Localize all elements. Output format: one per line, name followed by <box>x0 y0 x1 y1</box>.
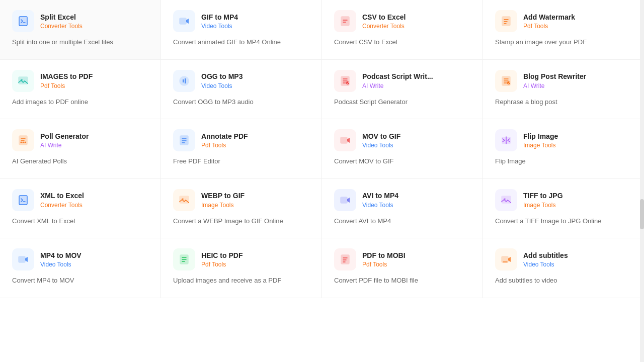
tool-info: AVI to MP4 Video Tools <box>362 191 398 208</box>
tool-category: Video Tools <box>362 142 400 149</box>
tool-icon-mp4-to-mov <box>12 248 34 270</box>
svg-rect-28 <box>341 255 349 264</box>
tool-name: Add Watermark <box>523 13 575 22</box>
tool-description: Convert MP4 to MOV <box>12 276 148 286</box>
tool-header: Podcast Script Writ... AI Write <box>334 70 470 92</box>
svg-rect-3 <box>341 17 349 26</box>
scrollbar[interactable] <box>640 0 644 362</box>
tool-category: Pdf Tools <box>362 261 406 268</box>
tool-info: PDF to MOBI Pdf Tools <box>362 251 406 268</box>
tool-card-ogg-to-mp3[interactable]: OGG to MP3 Video Tools Convert OGG to MP… <box>161 60 322 120</box>
tool-info: MOV to GIF Video Tools <box>362 132 400 149</box>
tool-header: Poll Generator AI Write <box>12 129 148 151</box>
tool-name: TIFF to JPG <box>523 191 563 200</box>
tool-name: GIF to MP4 <box>201 13 238 22</box>
tool-description: Add subtitles to video <box>495 276 631 286</box>
svg-point-13 <box>21 142 22 143</box>
tool-category: Video Tools <box>523 261 568 268</box>
tool-info: WEBP to GIF Image Tools <box>201 191 245 208</box>
tool-category: Image Tools <box>523 202 563 209</box>
tool-description: AI Generated Polls <box>12 156 148 166</box>
tool-header: TIFF to JPG Image Tools <box>495 189 631 211</box>
tool-description: Split into one or multiple Excel files <box>12 37 148 47</box>
tool-icon-images-to-pdf <box>12 70 34 92</box>
tool-header: Add subtitles Video Tools <box>495 248 631 270</box>
svg-point-9 <box>346 81 349 84</box>
svg-rect-2 <box>180 18 186 24</box>
tool-icon-blog-post-rewriter <box>495 70 517 92</box>
svg-rect-16 <box>180 136 188 145</box>
tool-header: OGG to MP3 Video Tools <box>173 70 309 92</box>
tool-card-images-to-pdf[interactable]: IMAGES to PDF Pdf Tools Add images to PD… <box>0 60 161 120</box>
tool-card-flip-image[interactable]: Flip Image Image Tools Flip Image <box>483 119 644 179</box>
tool-category: Converter Tools <box>40 23 83 30</box>
tool-description: Free PDF Editor <box>173 156 309 166</box>
tool-info: IMAGES to PDF Pdf Tools <box>40 72 93 89</box>
tool-header: XML to Excel Converter Tools <box>12 189 148 211</box>
tool-icon-mov-to-gif <box>334 129 356 151</box>
tool-icon-xml-to-excel <box>12 189 34 211</box>
page-wrapper: Split Excel Converter Tools Split into o… <box>0 0 644 362</box>
tool-card-heic-to-pdf[interactable]: HEIC to PDF Pdf Tools Upload images and … <box>161 238 322 298</box>
tool-description: Convert PDF file to MOBI file <box>334 276 470 286</box>
tool-category: Pdf Tools <box>40 82 93 89</box>
svg-rect-29 <box>502 256 508 262</box>
tool-info: GIF to MP4 Video Tools <box>201 13 238 30</box>
tool-icon-heic-to-pdf <box>173 248 195 270</box>
tool-card-split-excel[interactable]: Split Excel Converter Tools Split into o… <box>0 0 161 60</box>
tool-category: Pdf Tools <box>201 142 248 149</box>
tool-card-blog-post-rewriter[interactable]: Blog Post Rewriter AI Write Rephrase a b… <box>483 60 644 120</box>
tool-icon-add-watermark <box>495 10 517 32</box>
tool-header: IMAGES to PDF Pdf Tools <box>12 70 148 92</box>
tool-description: Rephrase a blog post <box>495 97 631 107</box>
tool-header: GIF to MP4 Video Tools <box>173 10 309 32</box>
tool-card-mov-to-gif[interactable]: MOV to GIF Video Tools Convert MOV to GI… <box>322 119 483 179</box>
tool-info: OGG to MP3 Video Tools <box>201 72 243 89</box>
tool-name: Flip Image <box>523 132 558 141</box>
tool-card-pdf-to-mobi[interactable]: PDF to MOBI Pdf Tools Convert PDF file t… <box>322 238 483 298</box>
svg-point-14 <box>23 142 24 143</box>
tool-description: Convert XML to Excel <box>12 216 148 226</box>
tool-name: Blog Post Rewriter <box>523 72 586 81</box>
tool-category: Pdf Tools <box>523 23 575 30</box>
tool-info: Annotate PDF Pdf Tools <box>201 132 248 149</box>
tool-card-add-watermark[interactable]: Add Watermark Pdf Tools Stamp an image o… <box>483 0 644 60</box>
tool-description: Add images to PDF online <box>12 97 148 107</box>
tool-card-csv-to-excel[interactable]: CSV to Excel Converter Tools Convert CSV… <box>322 0 483 60</box>
tool-name: Add subtitles <box>523 251 568 260</box>
tool-description: Convert CSV to Excel <box>334 37 470 47</box>
tool-icon-add-subtitles <box>495 248 517 270</box>
tool-description: Convert MOV to GIF <box>334 156 470 166</box>
tool-description: Convert animated GIF to MP4 Online <box>173 37 309 47</box>
tool-description: Convert OGG to MP3 audio <box>173 97 309 107</box>
tool-icon-gif-to-mp4 <box>173 10 195 32</box>
tool-card-poll-generator[interactable]: Poll Generator AI Write AI Generated Pol… <box>0 119 161 179</box>
tool-icon-webp-to-gif <box>173 189 195 211</box>
tool-name: Podcast Script Writ... <box>362 72 433 81</box>
tool-name: Poll Generator <box>40 132 89 141</box>
tool-description: Convert AVI to MP4 <box>334 216 470 226</box>
tool-description: Podcast Script Generator <box>334 97 470 107</box>
tool-icon-ogg-to-mp3 <box>173 70 195 92</box>
tool-card-gif-to-mp4[interactable]: GIF to MP4 Video Tools Convert animated … <box>161 0 322 60</box>
tool-header: MP4 to MOV Video Tools <box>12 248 148 270</box>
tool-card-xml-to-excel[interactable]: XML to Excel Converter Tools Convert XML… <box>0 179 161 239</box>
scrollbar-thumb[interactable] <box>640 199 644 229</box>
tool-card-mp4-to-mov[interactable]: MP4 to MOV Video Tools Convert MP4 to MO… <box>0 238 161 298</box>
tool-card-podcast-script[interactable]: Podcast Script Writ... AI Write Podcast … <box>322 60 483 120</box>
tool-icon-csv-to-excel <box>334 10 356 32</box>
tool-card-add-subtitles[interactable]: Add subtitles Video Tools Add subtitles … <box>483 238 644 298</box>
tool-category: Image Tools <box>523 142 558 149</box>
tool-name: CSV to Excel <box>362 13 406 22</box>
tool-description: Flip Image <box>495 156 631 166</box>
tool-info: Add Watermark Pdf Tools <box>523 13 575 30</box>
tool-info: Poll Generator AI Write <box>40 132 89 149</box>
tool-category: Video Tools <box>201 82 243 89</box>
tool-card-annotate-pdf[interactable]: Annotate PDF Pdf Tools Free PDF Editor <box>161 119 322 179</box>
tool-description: Convert a WEBP Image to GIF Online <box>173 216 309 226</box>
tool-icon-poll-generator <box>12 129 34 151</box>
tool-name: XML to Excel <box>40 191 84 200</box>
tool-card-avi-to-mp4[interactable]: AVI to MP4 Video Tools Convert AVI to MP… <box>322 179 483 239</box>
tool-card-tiff-to-jpg[interactable]: TIFF to JPG Image Tools Convert a TIFF I… <box>483 179 644 239</box>
tool-card-webp-to-gif[interactable]: WEBP to GIF Image Tools Convert a WEBP I… <box>161 179 322 239</box>
